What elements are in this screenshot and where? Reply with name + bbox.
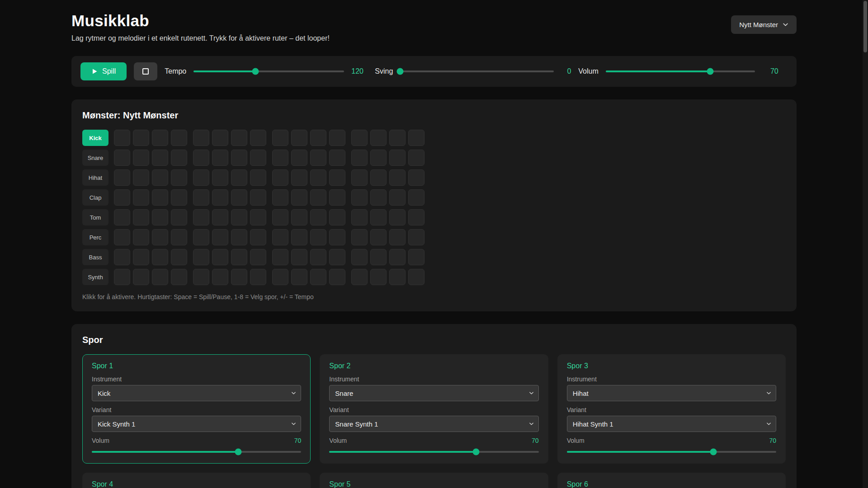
step-cell[interactable] (231, 130, 247, 146)
step-cell[interactable] (250, 249, 266, 265)
step-cell[interactable] (133, 130, 149, 146)
step-cell[interactable] (171, 189, 187, 206)
step-cell[interactable] (250, 150, 266, 166)
step-cell[interactable] (389, 229, 406, 245)
step-cell[interactable] (408, 249, 425, 265)
step-cell[interactable] (193, 269, 209, 285)
track-label-perc[interactable]: Perc (82, 229, 108, 245)
step-cell[interactable] (370, 150, 387, 166)
step-cell[interactable] (231, 229, 247, 245)
step-cell[interactable] (114, 150, 130, 166)
step-cell[interactable] (250, 209, 266, 225)
step-cell[interactable] (133, 169, 149, 186)
step-cell[interactable] (351, 209, 368, 225)
step-cell[interactable] (408, 269, 425, 285)
step-cell[interactable] (310, 249, 326, 265)
step-cell[interactable] (152, 249, 168, 265)
step-cell[interactable] (152, 229, 168, 245)
step-cell[interactable] (133, 249, 149, 265)
swing-slider[interactable] (400, 67, 554, 75)
variant-select[interactable]: Kick Synth 1 (92, 416, 301, 432)
instrument-select[interactable]: Snare (329, 385, 538, 401)
step-cell[interactable] (370, 229, 387, 245)
step-cell[interactable] (212, 169, 228, 186)
scrollbar-track[interactable] (863, 0, 868, 488)
step-cell[interactable] (329, 189, 345, 206)
step-cell[interactable] (114, 130, 130, 146)
track-card[interactable]: Spor 1InstrumentKickVariantKick Synth 1V… (82, 354, 311, 464)
step-cell[interactable] (351, 229, 368, 245)
step-cell[interactable] (351, 169, 368, 186)
step-cell[interactable] (370, 249, 387, 265)
step-cell[interactable] (133, 269, 149, 285)
slider-thumb[interactable] (252, 68, 259, 75)
step-cell[interactable] (212, 209, 228, 225)
step-cell[interactable] (351, 249, 368, 265)
step-cell[interactable] (272, 189, 288, 206)
step-cell[interactable] (389, 269, 406, 285)
track-card[interactable]: Spor 4 (82, 473, 311, 488)
step-cell[interactable] (193, 189, 209, 206)
step-cell[interactable] (310, 229, 326, 245)
track-card[interactable]: Spor 2InstrumentSnareVariantSnare Synth … (320, 354, 548, 464)
step-cell[interactable] (171, 169, 187, 186)
step-cell[interactable] (408, 130, 425, 146)
step-cell[interactable] (250, 169, 266, 186)
step-cell[interactable] (171, 130, 187, 146)
step-cell[interactable] (231, 269, 247, 285)
master-volume-slider[interactable] (606, 67, 755, 75)
step-cell[interactable] (171, 269, 187, 285)
step-cell[interactable] (193, 150, 209, 166)
slider-thumb[interactable] (707, 68, 713, 75)
track-card[interactable]: Spor 3InstrumentHihatVariantHihat Synth … (557, 354, 786, 464)
step-cell[interactable] (329, 269, 345, 285)
step-cell[interactable] (291, 249, 307, 265)
slider-thumb[interactable] (397, 68, 404, 75)
track-label-snare[interactable]: Snare (82, 150, 108, 166)
step-cell[interactable] (291, 150, 307, 166)
step-cell[interactable] (310, 269, 326, 285)
track-label-tom[interactable]: Tom (82, 209, 108, 225)
track-label-synth[interactable]: Synth (82, 269, 108, 285)
step-cell[interactable] (370, 209, 387, 225)
track-label-hihat[interactable]: Hihat (82, 169, 108, 186)
step-cell[interactable] (212, 249, 228, 265)
track-card[interactable]: Spor 6 (557, 473, 786, 488)
step-cell[interactable] (408, 169, 425, 186)
stop-button[interactable] (134, 62, 157, 80)
step-cell[interactable] (389, 150, 406, 166)
step-cell[interactable] (291, 229, 307, 245)
step-cell[interactable] (310, 150, 326, 166)
step-cell[interactable] (272, 229, 288, 245)
slider-thumb[interactable] (710, 449, 717, 455)
step-cell[interactable] (250, 189, 266, 206)
step-cell[interactable] (291, 269, 307, 285)
step-cell[interactable] (171, 229, 187, 245)
step-cell[interactable] (389, 209, 406, 225)
step-cell[interactable] (272, 209, 288, 225)
step-cell[interactable] (114, 189, 130, 206)
step-cell[interactable] (370, 169, 387, 186)
step-cell[interactable] (152, 130, 168, 146)
step-cell[interactable] (212, 150, 228, 166)
step-cell[interactable] (231, 209, 247, 225)
step-cell[interactable] (152, 269, 168, 285)
step-cell[interactable] (231, 189, 247, 206)
step-cell[interactable] (152, 209, 168, 225)
step-cell[interactable] (272, 169, 288, 186)
pattern-menu-button[interactable]: Nytt Mønster (731, 15, 797, 34)
variant-select[interactable]: Snare Synth 1 (329, 416, 538, 432)
step-cell[interactable] (250, 269, 266, 285)
instrument-select[interactable]: Kick (92, 385, 301, 401)
step-cell[interactable] (329, 209, 345, 225)
step-cell[interactable] (114, 229, 130, 245)
step-cell[interactable] (351, 189, 368, 206)
step-cell[interactable] (212, 269, 228, 285)
track-label-clap[interactable]: Clap (82, 189, 108, 206)
step-cell[interactable] (133, 189, 149, 206)
step-cell[interactable] (329, 169, 345, 186)
slider-thumb[interactable] (472, 449, 479, 455)
track-volume-slider[interactable] (567, 448, 776, 456)
step-cell[interactable] (212, 229, 228, 245)
step-cell[interactable] (351, 130, 368, 146)
